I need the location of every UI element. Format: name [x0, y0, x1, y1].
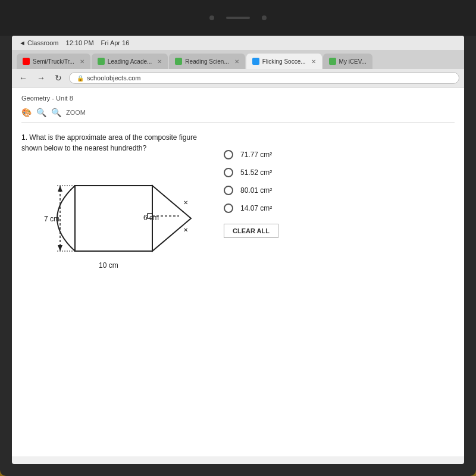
- tab-leading[interactable]: Leading Acade... ✕: [92, 54, 168, 69]
- page-content: Geometry - Unit 8 🎨 🔍 🔍 ZOOM 1. What is …: [12, 87, 464, 456]
- date: Fri Apr 16: [101, 39, 130, 46]
- tab-label-2: Leading Acade...: [108, 58, 152, 65]
- tab-label-5: My iCEV...: [339, 58, 367, 65]
- toolbar: 🎨 🔍 🔍 ZOOM: [21, 108, 455, 123]
- question-body: What is the approximate area of the comp…: [21, 133, 197, 152]
- answer-option-b[interactable]: 51.52 cm²: [224, 168, 455, 177]
- svg-text:✕: ✕: [183, 227, 188, 233]
- tab-close-4[interactable]: ✕: [311, 58, 316, 65]
- tab-reading[interactable]: Reading Scien... ✕: [169, 54, 245, 69]
- zoom-plus-icon[interactable]: 🔍: [51, 108, 61, 117]
- camera: [209, 15, 214, 20]
- tab-semitruck[interactable]: Semi/Truck/Tr... ✕: [17, 54, 90, 69]
- time: 12:10 PM: [66, 39, 94, 46]
- answer-text-c: 80.01 cm²: [240, 186, 272, 195]
- radio-b[interactable]: [224, 168, 233, 177]
- svg-text:✕: ✕: [183, 199, 188, 206]
- zoom-label: ZOOM: [66, 109, 86, 116]
- answer-text-a: 71.77 cm²: [240, 151, 272, 159]
- answer-text-b: 51.52 cm²: [240, 168, 272, 177]
- camera-2: [262, 15, 267, 20]
- svg-marker-6: [58, 186, 62, 192]
- tab-label-4: Flicking Socce...: [262, 58, 306, 65]
- screen: ◄ Classroom 12:10 PM Fri Apr 16 Semi/Tru…: [12, 36, 464, 464]
- tab-favicon-5: [329, 58, 336, 65]
- svg-text:7 cm: 7 cm: [44, 215, 60, 223]
- tab-bar: Semi/Truck/Tr... ✕ Leading Acade... ✕ Re…: [12, 50, 464, 69]
- question-right: 71.77 cm² 51.52 cm² 80.01 cm² 14.07 cm²: [224, 132, 455, 281]
- question-left: 1. What is the approximate area of the c…: [21, 132, 212, 281]
- tab-close-2[interactable]: ✕: [157, 58, 162, 65]
- tab-icev[interactable]: My iCEV...: [323, 54, 372, 69]
- radio-a[interactable]: [224, 150, 233, 159]
- browser-chrome: Semi/Truck/Tr... ✕ Leading Acade... ✕ Re…: [12, 50, 464, 87]
- back-button[interactable]: ←: [17, 72, 30, 84]
- tab-flicking[interactable]: Flicking Socce... ✕: [246, 54, 322, 69]
- speaker: [226, 17, 250, 19]
- tab-favicon-4: [252, 58, 259, 65]
- palette-icon[interactable]: 🎨: [21, 108, 32, 117]
- tab-favicon-3: [175, 58, 182, 65]
- zoom-minus-icon[interactable]: 🔍: [36, 108, 46, 117]
- radio-d[interactable]: [224, 203, 233, 213]
- question-section: 1. What is the approximate area of the c…: [21, 132, 455, 281]
- svg-rect-0: [75, 186, 152, 251]
- composite-figure-svg: 7 cm 10 cm 6 cm ✕ ✕: [27, 162, 206, 275]
- device-frame: ◄ Classroom 12:10 PM Fri Apr 16 Semi/Tru…: [0, 0, 476, 476]
- forward-button[interactable]: →: [35, 72, 48, 84]
- svg-text:6 cm: 6 cm: [143, 214, 159, 222]
- svg-text:10 cm: 10 cm: [99, 261, 118, 270]
- answer-option-c[interactable]: 80.01 cm²: [224, 186, 455, 195]
- answer-option-a[interactable]: 71.77 cm²: [224, 150, 455, 159]
- tab-close-3[interactable]: ✕: [234, 58, 239, 65]
- lock-icon: 🔒: [77, 75, 84, 82]
- tab-label-3: Reading Scien...: [185, 58, 228, 65]
- reload-button[interactable]: ↻: [52, 72, 64, 84]
- breadcrumb: Geometry - Unit 8: [21, 95, 455, 102]
- address-bar[interactable]: 🔒 schoolobjects.com: [69, 72, 459, 84]
- question-text: 1. What is the approximate area of the c…: [21, 132, 212, 154]
- hardware-top: [0, 0, 476, 36]
- tab-favicon-2: [98, 58, 105, 65]
- tab-label-1: Semi/Truck/Tr...: [33, 58, 74, 65]
- address-text: schoolobjects.com: [87, 74, 141, 82]
- question-number: 1.: [21, 133, 27, 142]
- answer-option-d[interactable]: 14.07 cm²: [224, 203, 455, 213]
- back-classroom[interactable]: ◄ Classroom: [19, 39, 59, 46]
- figure-container: 7 cm 10 cm 6 cm ✕ ✕: [27, 162, 206, 281]
- radio-c[interactable]: [224, 186, 233, 195]
- answer-text-d: 14.07 cm²: [240, 204, 272, 212]
- clear-all-button[interactable]: CLEAR ALL: [224, 224, 278, 238]
- nav-bar: ← → ↻ 🔒 schoolobjects.com: [12, 69, 464, 87]
- tab-favicon-1: [23, 58, 30, 65]
- status-bar: ◄ Classroom 12:10 PM Fri Apr 16: [12, 36, 464, 50]
- svg-marker-7: [58, 245, 62, 251]
- tab-close-1[interactable]: ✕: [80, 58, 84, 65]
